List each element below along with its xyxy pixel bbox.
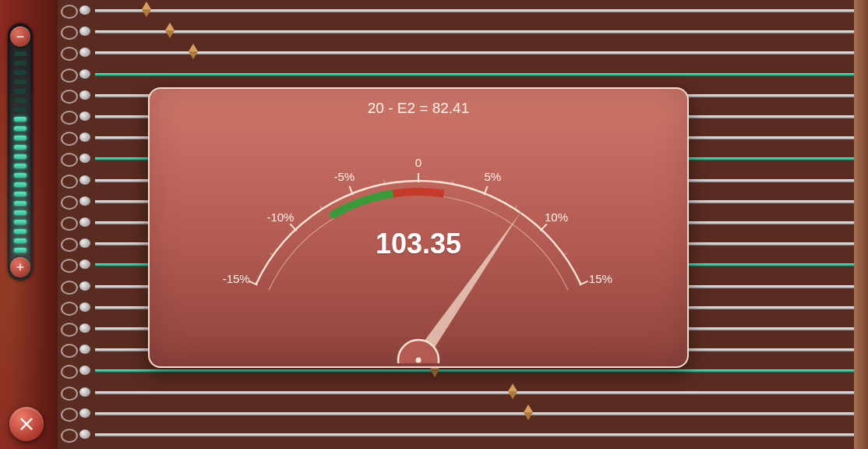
svg-line-0 <box>249 281 257 285</box>
string-loop <box>61 281 78 295</box>
string-loop <box>61 153 78 167</box>
tuning-peg <box>79 323 90 333</box>
bridge <box>524 405 533 420</box>
string-3[interactable] <box>56 50 854 55</box>
tuning-peg <box>79 154 90 163</box>
scale-tick-label: -15% <box>223 271 250 285</box>
volume-plus-button[interactable]: + <box>10 257 30 278</box>
tuner-target-label: 20 - E2 = 82.41 <box>150 100 687 117</box>
volume-segment <box>14 239 26 243</box>
string-21[interactable] <box>56 432 854 437</box>
string-wire <box>95 412 854 415</box>
volume-segment <box>14 145 26 150</box>
volume-segment <box>14 182 26 187</box>
string-19[interactable] <box>56 390 854 394</box>
string-loop <box>61 47 78 61</box>
volume-segment <box>14 220 26 224</box>
svg-line-4 <box>484 186 487 195</box>
string-loop <box>61 387 78 401</box>
volume-slider[interactable]: − + <box>8 23 33 281</box>
svg-line-8 <box>320 206 323 209</box>
svg-line-10 <box>452 180 453 184</box>
volume-segment <box>14 229 26 234</box>
volume-segment <box>14 108 26 112</box>
tuning-peg <box>79 239 90 248</box>
bridge <box>165 23 175 38</box>
string-18[interactable] <box>56 368 854 373</box>
string-20[interactable] <box>56 411 854 415</box>
string-loop <box>61 196 78 210</box>
scale-tick-label: -5% <box>333 170 355 183</box>
tuner-panel: 20 - E2 = 82.41 103.35 -15%-10%-5%05%10%… <box>148 87 689 368</box>
string-loop <box>61 344 78 358</box>
volume-segment <box>14 126 26 131</box>
tuning-peg <box>79 133 90 142</box>
string-loop <box>61 90 78 104</box>
tuning-peg <box>79 430 90 439</box>
close-button[interactable] <box>9 407 44 441</box>
string-1[interactable] <box>56 8 854 12</box>
tuning-peg <box>79 69 90 79</box>
string-loop <box>61 408 78 422</box>
bridge <box>142 2 151 17</box>
tuning-peg <box>79 217 90 227</box>
minus-icon: − <box>16 29 25 45</box>
string-wire <box>95 30 854 34</box>
string-loop <box>61 429 78 443</box>
tuning-peg <box>79 175 90 185</box>
volume-segment <box>14 248 26 253</box>
tuning-peg <box>79 260 90 269</box>
volume-segment <box>14 98 26 103</box>
volume-segment <box>14 61 26 65</box>
volume-segment <box>14 51 26 56</box>
volume-segment <box>14 117 26 122</box>
svg-point-13 <box>398 340 439 363</box>
scale-tick-label: 0 <box>415 156 422 169</box>
string-wire <box>95 369 854 373</box>
volume-segment <box>14 70 26 75</box>
close-icon <box>18 415 35 433</box>
tuning-peg <box>79 196 90 206</box>
volume-segment <box>14 136 26 140</box>
string-loop <box>61 259 78 273</box>
svg-line-2 <box>349 186 352 195</box>
string-wire <box>95 73 854 76</box>
bridge <box>189 44 198 59</box>
tuning-peg <box>79 302 90 312</box>
string-loop <box>61 217 78 231</box>
tuning-peg <box>79 48 90 57</box>
string-loop <box>61 175 78 189</box>
volume-segment <box>14 154 26 159</box>
string-4[interactable] <box>56 72 854 76</box>
tuning-peg <box>79 111 90 121</box>
string-wire <box>95 51 854 55</box>
tuning-peg <box>79 281 90 291</box>
volume-segment <box>14 210 26 215</box>
tuner-reading: 103.35 <box>150 228 687 260</box>
volume-segment <box>14 192 26 196</box>
scale-tick-label: -10% <box>266 210 294 224</box>
scale-tick-label: 15% <box>589 271 612 285</box>
app-root: { "tuner": { "title": "20 - E2 = 82.41",… <box>0 0 868 449</box>
string-wire <box>95 9 854 12</box>
scale-tick-label: 5% <box>484 170 501 183</box>
string-loop <box>61 5 78 19</box>
svg-line-9 <box>384 180 385 184</box>
right-frame <box>854 0 868 449</box>
string-loop <box>61 26 78 40</box>
string-loop <box>61 69 78 83</box>
volume-track[interactable] <box>14 51 26 253</box>
volume-segment <box>14 201 26 206</box>
string-loop <box>61 365 78 379</box>
string-loop <box>61 111 78 125</box>
string-loop <box>61 302 78 316</box>
tuning-peg <box>79 27 90 36</box>
volume-minus-button[interactable]: − <box>10 27 30 47</box>
tuning-peg <box>79 366 90 375</box>
volume-segment <box>14 80 26 84</box>
volume-segment <box>14 89 26 94</box>
scale-tick-label: 10% <box>545 210 568 224</box>
string-2[interactable] <box>56 29 854 34</box>
svg-line-11 <box>515 206 517 209</box>
svg-line-6 <box>580 281 588 285</box>
